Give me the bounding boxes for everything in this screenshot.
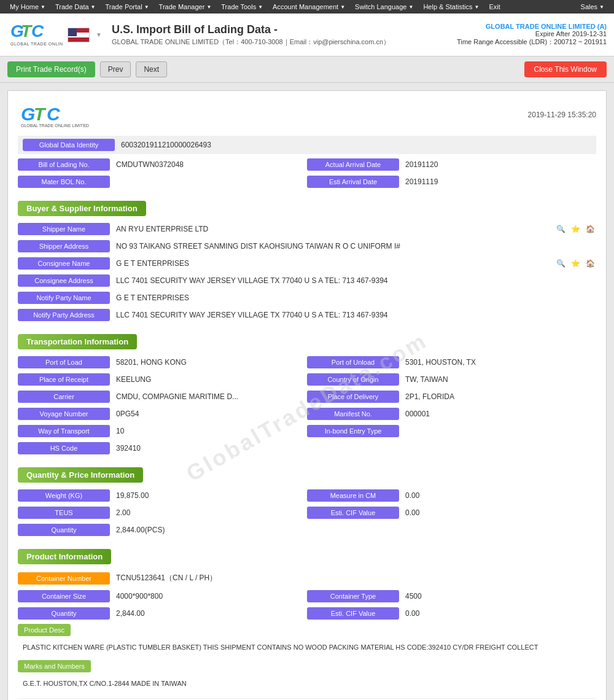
nav-trademanager[interactable]: Trade Manager ▼ [154,0,217,14]
search-icon[interactable]: 🔍 [554,257,567,270]
weight-measure-row: Weight (KG) 19,875.00 Measure in CM 0.00 [18,489,596,502]
star-icon[interactable]: ⭐ [569,257,581,270]
container-size-pair: Container Size 4000*900*800 [18,589,307,603]
nav-tradedata[interactable]: Trade Data ▼ [50,0,101,14]
container-number-value: TCNU5123641（CN / L / PH） [110,570,596,586]
svg-text:T: T [34,104,47,124]
consignee-name-label: Consignee Name [18,257,110,270]
measure-pair: Measure in CM 0.00 [307,489,596,502]
close-window-button[interactable]: Close This Window [524,61,607,77]
company-logo: G T C GLOBAL TRADE ONLINE LIMITED [7,20,63,50]
expire-date: Expire After 2019-12-31 [457,30,607,37]
container-type-value: 4500 [399,589,596,603]
shipper-name-row: Shipper Name AN RYU ENTERPRISE LTD 🔍 ⭐ 🏠 [18,222,596,236]
print-button[interactable]: Print Trade Record(s) [7,61,95,77]
svg-text:C: C [47,104,61,124]
nav-myhome[interactable]: My Home ▼ [5,0,50,14]
header-bar: G T C GLOBAL TRADE ONLINE LIMITED ▼ U.S.… [0,14,614,56]
nav-exit[interactable]: Exit [484,0,505,14]
actual-arrival-value: 20191120 [399,158,596,171]
nav-arrow: ▼ [474,4,479,10]
header-right: GLOBAL TRADE ONLINE LIMITED (A) Expire A… [457,23,607,47]
product-quantity-value: 2,844.00 [110,607,307,620]
record-wrapper: G T C GLOBAL TRADE ONLINE LIMITED 2019-1… [7,90,607,700]
nav-accountmgmt[interactable]: Account Management ▼ [268,0,350,14]
shipper-address-row: Shipper Address NO 93 TAIKANG STREET SAN… [18,239,596,253]
home-icon[interactable]: 🏠 [584,257,596,270]
toolbar-top: Print Trade Record(s) Prev Next Close Th… [0,56,614,83]
master-bol-pair: Mater BOL No. [18,176,307,188]
consignee-name-row: Consignee Name G E T ENTERPRISES 🔍 ⭐ 🏠 [18,257,596,270]
nav-sales[interactable]: Sales ▼ [576,0,609,14]
port-load-pair: Port of Load 58201, HONG KONG [18,356,307,369]
nav-arrow: ▼ [340,4,345,10]
weight-value: 19,875.00 [110,489,307,502]
port-of-unload-value: 5301, HOUSTON, TX [399,356,596,369]
master-bol-label: Mater BOL No. [18,176,110,188]
card-header: G T C GLOBAL TRADE ONLINE LIMITED 2019-1… [18,101,596,128]
nav-tradeportal[interactable]: Trade Portal ▼ [101,0,154,14]
record-timestamp: 2019-11-29 15:35:20 [528,111,596,119]
header-title-area: U.S. Import Bill of Lading Data - GLOBAL… [112,23,457,47]
product-esti-cif-label: Esti. CIF Value [307,607,399,620]
place-receipt-pair: Place of Receipt KEELUNG [18,373,307,386]
account-company: GLOBAL TRADE ONLINE LIMITED (A) [457,23,607,30]
hs-code-value: 392410 [110,441,596,455]
container-number-row: Container Number TCNU5123641（CN / L / PH… [18,570,596,586]
nav-switchlang[interactable]: Switch Language ▼ [350,0,418,14]
receipt-origin-row: Place of Receipt KEELUNG Country of Orig… [18,373,596,386]
shipper-address-label: Shipper Address [18,240,110,252]
marks-numbers-label: Marks and Numbers [18,660,91,672]
place-delivery-pair: Place of Delivery 2P1, FLORIDA [307,390,596,403]
ldr-range: Time Range Accessible (LDR)：200712 ~ 201… [457,37,607,47]
svg-text:G: G [21,104,35,124]
product-quantity-label: Quantity [18,607,110,620]
flag-arrow: ▼ [96,31,102,38]
product-esti-cif-value: 0.00 [399,607,596,620]
carrier-label: Carrier [18,391,110,403]
port-of-load-value: 58201, HONG KONG [110,356,307,369]
global-data-identity-label: Global Data Identity [23,139,115,151]
home-icon[interactable]: 🏠 [584,223,596,235]
product-desc-label: Product Desc [18,624,71,636]
consignee-address-row: Consignee Address LLC 7401 SECURITY WAY … [18,274,596,287]
carrier-value: CMDU, COMPAGNIE MARITIME D... [110,390,307,403]
notify-party-address-row: Notify Party Address LLC 7401 SECURITY W… [18,308,596,322]
card-logo: G T C GLOBAL TRADE ONLINE LIMITED [18,101,98,128]
esti-arrival-pair: Esti Arrival Date 20191119 [307,175,596,189]
place-delivery-value: 2P1, FLORIDA [399,390,596,403]
measure-label: Measure in CM [307,489,399,502]
place-of-receipt-label: Place of Receipt [18,373,110,386]
search-icon[interactable]: 🔍 [554,223,567,235]
voyage-number-label: Voyage Number [18,408,110,420]
nav-arrow: ▼ [144,4,149,10]
notify-party-address-label: Notify Party Address [18,309,110,321]
nav-arrow: ▼ [91,4,96,10]
shipper-name-value: AN RYU ENTERPRISE LTD [110,222,550,236]
country-of-origin-value: TW, TAIWAN [399,373,596,386]
notify-party-name-label: Notify Party Name [18,292,110,304]
prev-button[interactable]: Prev [100,61,131,77]
star-icon[interactable]: ⭐ [569,223,581,235]
nav-tradetools[interactable]: Trade Tools ▼ [216,0,268,14]
next-button[interactable]: Next [136,61,167,77]
master-bol-row: Mater BOL No. Esti Arrival Date 20191119 [18,175,596,189]
quantity-label: Quantity [18,524,110,536]
nav-arrow: ▼ [599,4,604,10]
product-cif-pair: Esti. CIF Value 0.00 [307,607,596,620]
shipper-icons: 🔍 ⭐ 🏠 [554,223,596,235]
voyage-manifest-row: Voyage Number 0PG54 Manifest No. 000001 [18,407,596,421]
master-bol-value [110,179,307,184]
header-subtitle: GLOBAL TRADE ONLINE LIMITED（Tel：400-710-… [112,37,457,47]
esti-cif-pair: Esti. CIF Value 0.00 [307,506,596,519]
notify-party-name-value: G E T ENTERPRISES [110,291,596,305]
nav-helpstats[interactable]: Help & Statistics ▼ [418,0,484,14]
container-size-type-row: Container Size 4000*900*800 Container Ty… [18,589,596,603]
manifest-no-label: Manifest No. [307,408,399,420]
marks-numbers-value: G.E.T. HOUSTON,TX C/NO.1-2844 MADE IN TA… [18,675,596,693]
top-navigation: My Home ▼ Trade Data ▼ Trade Portal ▼ Tr… [0,0,614,14]
container-type-label: Container Type [307,590,399,602]
esti-arrival-value: 20191119 [399,175,596,189]
consignee-icons: 🔍 ⭐ 🏠 [554,257,596,270]
bol-pair: Bill of Lading No. CMDUTWN0372048 [18,158,307,171]
